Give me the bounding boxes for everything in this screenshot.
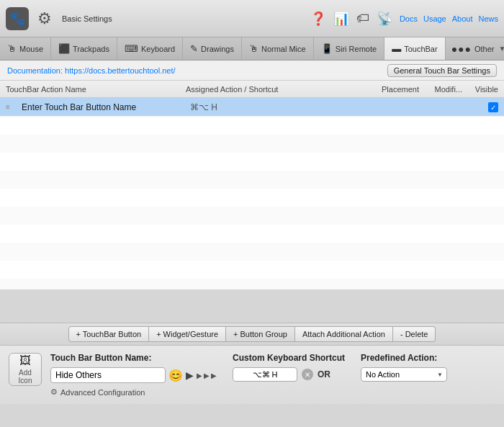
drawings-tab-icon: ✎ [190, 43, 198, 54]
table-header: TouchBar Action Name Assigned Action / S… [0, 81, 504, 98]
tab-touchbar-label: TouchBar [404, 45, 437, 53]
tab-mouse-label: Mouse [19, 45, 43, 53]
keyboard-section: Custom Keyboard Shortcut ✕ OR [233, 353, 345, 382]
trackpad-tab-icon: ⬛ [58, 43, 70, 54]
general-touch-bar-settings-button[interactable]: General Touch Bar Settings [387, 64, 497, 77]
tab-drawings-label: Drawings [201, 45, 234, 53]
row-drag-icon: ≡ [6, 103, 17, 111]
app-icon: 🐾 [6, 7, 29, 30]
help-icon[interactable]: ❓ [310, 11, 326, 27]
cursor-arrow-icon: ▶ [186, 369, 194, 381]
play-btn-3[interactable]: ▶ [211, 372, 217, 379]
tab-keyboard-label: Keyboard [141, 45, 175, 53]
touchbar-tab-icon: ▬ [392, 43, 401, 54]
usage-link[interactable]: Usage [423, 14, 446, 23]
tab-siri-remote[interactable]: 📱 Siri Remote [314, 37, 384, 60]
table-row[interactable]: ≡ Enter Touch Bar Button Name ⌘⌥ H ✓ [0, 98, 504, 117]
top-links: Docs Usage About News [400, 14, 498, 23]
more-dots: ●●● [451, 43, 472, 55]
config-middle: Touch Bar Button Name: 😊 ▶ ▶ ▶ ▶ ⚙ Advan… [50, 353, 217, 397]
touch-bar-name-input[interactable] [50, 367, 166, 383]
predefined-select-wrap: No Action [361, 367, 447, 382]
predefined-config-label: Predefined Action: [361, 353, 447, 363]
tab-mouse[interactable]: 🖱 Mouse [0, 37, 51, 60]
docs-link[interactable]: Docs [400, 14, 418, 23]
dropdown-arrow-icon: ▼ [499, 45, 504, 53]
top-bar-right: ❓ 📊 🏷 📡 Docs Usage About News [310, 11, 498, 27]
or-text: OR [318, 369, 330, 379]
chart-icon[interactable]: 📊 [333, 11, 349, 27]
tab-keyboard[interactable]: ⌨ Keyboard [117, 37, 183, 60]
add-button-group-button[interactable]: + Button Group [226, 326, 295, 342]
add-icon-placeholder: 🖼 [19, 354, 31, 367]
predefined-action-select[interactable]: No Action [361, 367, 447, 382]
docs-link-url[interactable]: Documentation: https://docs.bettertoucht… [7, 66, 176, 75]
add-icon-label: AddIcon [19, 369, 32, 385]
gear-icon[interactable]: ⚙ [37, 9, 52, 28]
empty-rows [0, 117, 504, 289]
tab-other-label: Other [474, 45, 495, 53]
th-visible: Visible [462, 85, 498, 94]
docs-bar: Documentation: https://docs.bettertoucht… [0, 60, 504, 81]
keyboard-config-label: Custom Keyboard Shortcut [233, 353, 345, 363]
emoji-button[interactable]: 😊 [168, 369, 183, 382]
add-touchbar-button[interactable]: + TouchBar Button [68, 326, 150, 342]
play-buttons: ▶ ▶ ▶ [197, 372, 217, 379]
add-icon-button[interactable]: 🖼 AddIcon [9, 353, 42, 386]
wifi-icon[interactable]: 📡 [377, 11, 392, 27]
add-widget-button[interactable]: + Widget/Gesture [149, 326, 226, 342]
tab-siri-remote-label: Siri Remote [336, 45, 377, 53]
top-bar: 🐾 ⚙ Basic Settings ❓ 📊 🏷 📡 Docs Usage Ab… [0, 0, 504, 37]
news-link[interactable]: News [478, 14, 498, 23]
clear-shortcut-button[interactable]: ✕ [302, 369, 313, 380]
play-btn-2[interactable]: ▶ [204, 372, 210, 379]
main-content: 🖱 Mouse ⬛ Trackpads ⌨ Keyboard ✎ Drawing… [0, 37, 504, 404]
tab-touchbar[interactable]: ▬ TouchBar [384, 37, 445, 60]
keyboard-shortcut-input[interactable] [233, 367, 297, 382]
th-modifi: Modifi... [419, 85, 462, 94]
checkbox-checked-icon: ✓ [488, 102, 498, 112]
tab-drawings[interactable]: ✎ Drawings [183, 37, 242, 60]
play-btn-1[interactable]: ▶ [197, 372, 202, 379]
about-link[interactable]: About [452, 14, 473, 23]
mouse-tab-icon: 🖱 [7, 43, 17, 54]
top-bar-left: 🐾 ⚙ Basic Settings [6, 7, 310, 30]
advanced-config-label: Advanced Configuration [60, 388, 145, 397]
basic-settings-label: Basic Settings [62, 14, 112, 23]
row-touchbar-name: Enter Touch Bar Button Name [22, 102, 190, 112]
row-visible-checkbox[interactable]: ✓ [462, 102, 498, 113]
config-panel: 🖼 AddIcon Touch Bar Button Name: 😊 ▶ ▶ ▶… [0, 346, 504, 404]
tab-trackpads[interactable]: ⬛ Trackpads [51, 37, 117, 60]
predefined-section: Predefined Action: No Action [361, 353, 447, 382]
tab-other[interactable]: ●●● Other ▼ [446, 37, 504, 60]
tab-trackpads-label: Trackpads [73, 45, 109, 53]
keyboard-tab-icon: ⌨ [125, 43, 138, 54]
gear-small-icon: ⚙ [50, 387, 58, 397]
name-input-row: 😊 ▶ ▶ ▶ ▶ [50, 367, 217, 383]
bottom-toolbar: + TouchBar Button + Widget/Gesture + But… [0, 323, 504, 346]
th-placement: Placement [361, 85, 419, 94]
siri-remote-tab-icon: 📱 [321, 43, 333, 54]
th-name: TouchBar Action Name [6, 85, 186, 94]
advanced-config-row[interactable]: ⚙ Advanced Configuration [50, 387, 217, 397]
attach-additional-action-button[interactable]: Attach Additional Action [295, 326, 393, 342]
table-area: TouchBar Action Name Assigned Action / S… [0, 81, 504, 323]
tab-normal-mice[interactable]: 🖱 Normal Mice [242, 37, 314, 60]
tabs-row: 🖱 Mouse ⬛ Trackpads ⌨ Keyboard ✎ Drawing… [0, 37, 504, 60]
tab-normal-mice-label: Normal Mice [261, 45, 306, 53]
th-action: Assigned Action / Shortcut [186, 85, 361, 94]
delete-button[interactable]: - Delete [393, 326, 436, 342]
keyboard-input-row: ✕ OR [233, 367, 345, 382]
tag-icon[interactable]: 🏷 [356, 11, 369, 26]
row-action: ⌘⌥ H [190, 102, 462, 112]
normal-mice-tab-icon: 🖱 [249, 43, 258, 54]
name-config-label: Touch Bar Button Name: [50, 353, 217, 363]
